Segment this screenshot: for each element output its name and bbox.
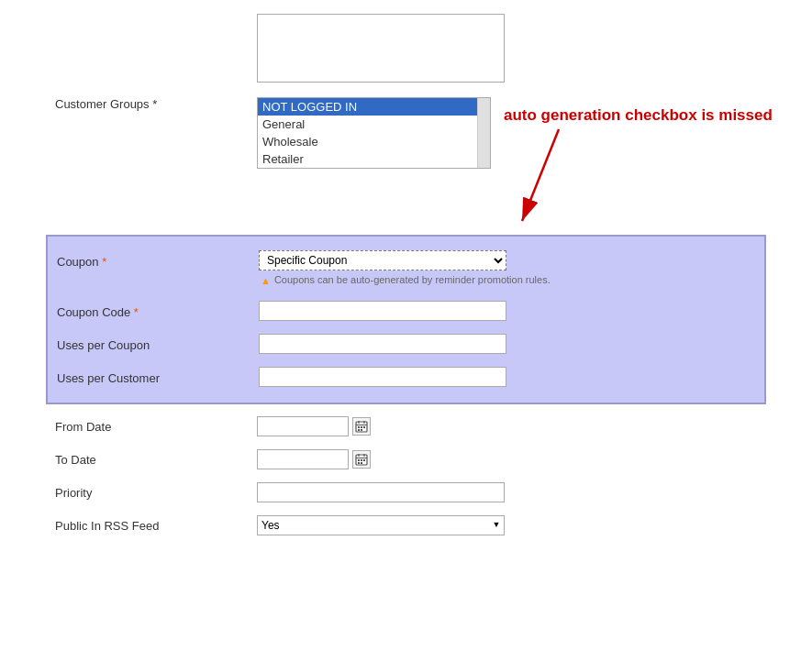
priority-input[interactable] [257, 482, 505, 502]
list-item[interactable]: General [258, 116, 477, 133]
svg-rect-15 [358, 459, 360, 461]
list-item[interactable]: NOT LOGGED IN [258, 98, 477, 116]
annotation-arrow [504, 125, 623, 235]
to-date-label: To Date [55, 453, 257, 467]
svg-rect-16 [361, 459, 362, 461]
from-date-label: From Date [55, 420, 257, 434]
coupon-code-required: * [134, 305, 139, 319]
customer-groups-listbox[interactable]: NOT LOGGED IN General Wholesale Retailer [257, 97, 491, 169]
coupon-code-label: Coupon Code * [57, 301, 259, 319]
to-date-input[interactable] [257, 449, 349, 469]
coupon-label: Coupon * [57, 250, 259, 269]
scrollbar[interactable] [477, 98, 490, 168]
coupon-section: Coupon * No Coupon Specific Coupon Auto … [46, 235, 766, 404]
svg-rect-6 [358, 426, 360, 428]
coupon-hint: ▲ Coupons can be auto-generated by remin… [259, 274, 755, 286]
uses-per-coupon-input[interactable] [259, 334, 506, 354]
customer-groups-required: * [152, 97, 157, 111]
svg-line-1 [522, 129, 559, 221]
top-textarea[interactable] [257, 14, 505, 83]
hint-icon: ▲ [261, 275, 271, 286]
coupon-code-input[interactable] [259, 301, 506, 321]
to-date-calendar-icon[interactable] [352, 450, 371, 469]
annotation-text: auto generation checkbox is missed [504, 106, 773, 125]
svg-rect-10 [361, 429, 362, 431]
from-date-calendar-icon[interactable] [352, 417, 371, 436]
uses-per-customer-input[interactable] [259, 367, 506, 387]
public-rss-select-wrapper: Yes No ▼ [257, 515, 505, 535]
coupon-select-wrapper: No Coupon Specific Coupon Auto Generated [259, 250, 506, 270]
uses-per-customer-label: Uses per Customer [57, 367, 259, 385]
public-rss-label: Public In RSS Feed [55, 519, 257, 533]
svg-rect-17 [363, 459, 365, 461]
list-item[interactable]: Wholesale [258, 133, 477, 150]
svg-rect-8 [363, 426, 365, 428]
uses-per-coupon-label: Uses per Coupon [57, 334, 259, 352]
list-item[interactable]: Retailer [258, 150, 477, 168]
customer-groups-label: Customer Groups * [55, 97, 257, 111]
svg-rect-7 [361, 426, 362, 428]
svg-rect-9 [358, 429, 360, 431]
from-date-input[interactable] [257, 416, 349, 436]
svg-rect-19 [361, 462, 362, 464]
coupon-required: * [102, 255, 106, 269]
priority-label: Priority [55, 486, 257, 500]
coupon-select[interactable]: No Coupon Specific Coupon Auto Generated [259, 250, 506, 270]
public-rss-select[interactable]: Yes No [257, 515, 505, 535]
svg-rect-18 [358, 462, 360, 464]
